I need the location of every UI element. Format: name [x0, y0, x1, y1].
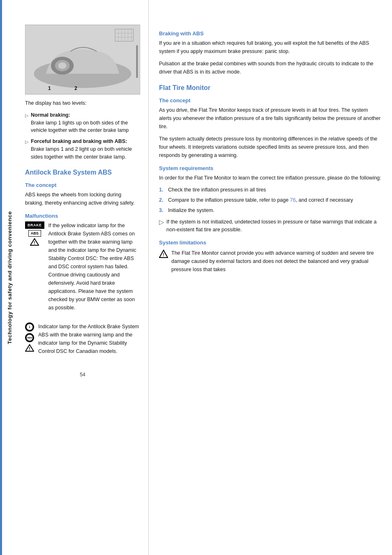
bullet-list: ▷ Normal braking:Brake lamp 1 lights up … [25, 111, 140, 161]
icons-column: BRAKE ABS ! [25, 221, 44, 246]
abs-concept-text: ABS keeps the wheels from locking during… [25, 191, 140, 207]
bullet-label-1: Normal braking: [31, 112, 70, 118]
braking-abs-title: Braking with ABS [159, 30, 382, 37]
sidebar-label: Technology for safety and driving conven… [7, 211, 13, 344]
braking-abs-para2: Pulsation at the brake pedal combines wi… [159, 60, 382, 76]
page-number: 54 [25, 372, 140, 378]
flat-concept-para1: As you drive, the Flat Tire Monitor keep… [159, 106, 382, 131]
braking-abs-section: Braking with ABS If you are in a situati… [159, 30, 382, 76]
note-block: ▷ If the system is not initialized, unde… [159, 218, 382, 234]
sidebar: Technology for safety and driving conven… [2, 0, 17, 555]
flat-tire-title: Flat Tire Monitor [159, 84, 382, 92]
svg-text:!: ! [29, 347, 30, 351]
indicator-block: i ABS ! [25, 322, 140, 359]
page-container: Technology for safety and driving conven… [0, 0, 392, 555]
display-text: The display has two levels: [25, 99, 140, 107]
warning-block: ! The Flat Tire Monitor cannot provide y… [159, 249, 382, 278]
ref-link-76[interactable]: 76 [290, 197, 296, 203]
list-item: 3. Initialize the system. [159, 207, 382, 214]
system-lim-text: The Flat Tire Monitor cannot provide you… [171, 249, 382, 274]
svg-text:2: 2 [74, 85, 77, 91]
brake-icon: BRAKE [25, 221, 44, 229]
malfunctions-block: BRAKE ABS ! If the yellow indicator lamp… [25, 221, 140, 316]
svg-rect-15 [136, 45, 138, 78]
car-image: 1 2 [25, 25, 140, 94]
warning-triangle-icon: ! [30, 238, 39, 246]
warning-triangle-icon-2: ! [25, 344, 34, 352]
left-column: 1 2 The display has two levels: ▷ Normal… [17, 0, 148, 555]
svg-text:!: ! [34, 241, 35, 245]
list-item: 2. Compare to the inflation pressure tab… [159, 196, 382, 204]
svg-point-4 [58, 62, 67, 69]
svg-text:i: i [29, 325, 30, 329]
main-content: 1 2 The display has two levels: ▷ Normal… [17, 0, 392, 555]
abs-section-title: Antilock Brake System ABS [25, 169, 140, 176]
note-arrow-icon: ▷ [159, 218, 164, 226]
system-lim-title: System limitations [159, 240, 382, 246]
bullet-arrow-icon: ▷ [25, 138, 28, 145]
bullet-detail-2: Brake lamps 1 and 2 light up on both veh… [31, 146, 132, 160]
svg-text:!: ! [163, 253, 164, 257]
flat-concept-title: The concept [159, 97, 382, 104]
req-item-2: Compare to the inflation pressure table,… [168, 196, 353, 204]
system-req-intro: In order for the Flat Tire Monitor to le… [159, 174, 382, 182]
malfunctions-title: Malfunctions [25, 213, 140, 219]
bullet-label-2: Forceful braking and braking with ABS: [31, 138, 127, 144]
abs-circle-icon: ABS [25, 333, 34, 342]
warning-icon: ! [159, 249, 168, 258]
svg-text:ABS: ABS [27, 337, 32, 339]
right-column: Braking with ABS If you are in a situati… [148, 0, 392, 555]
bullet-arrow-icon: ▷ [25, 112, 28, 119]
abs-concept-title: The concept [25, 182, 140, 188]
flat-concept-para2: The system actually detects pressure los… [159, 135, 382, 159]
abs-icon: ABS [28, 230, 41, 237]
system-req-list: 1. Check the tire inflation pressures in… [159, 186, 382, 214]
braking-abs-para1: If you are in a situation which requires… [159, 39, 382, 55]
list-item: ▷ Normal braking:Brake lamp 1 lights up … [25, 111, 140, 134]
system-req-title: System requirements [159, 165, 382, 171]
indicator-text: Indicator lamp for the Antilock Brake Sy… [38, 322, 140, 355]
note-text: If the system is not initialized, undete… [166, 218, 382, 234]
bullet-detail-1: Brake lamp 1 lights up on both sides of … [31, 120, 129, 134]
list-item: ▷ Forceful braking and braking with ABS:… [25, 138, 140, 161]
req-item-1: Check the tire inflation pressures in al… [168, 186, 266, 194]
malfunctions-text: If the yellow indicator lamp for the Ant… [48, 221, 140, 312]
circle-i-icon: i [25, 322, 34, 332]
svg-text:1: 1 [48, 85, 51, 91]
req-item-3: Initialize the system. [168, 207, 214, 214]
indicator-icons-col: i ABS ! [25, 322, 34, 352]
list-item: 1. Check the tire inflation pressures in… [159, 186, 382, 194]
